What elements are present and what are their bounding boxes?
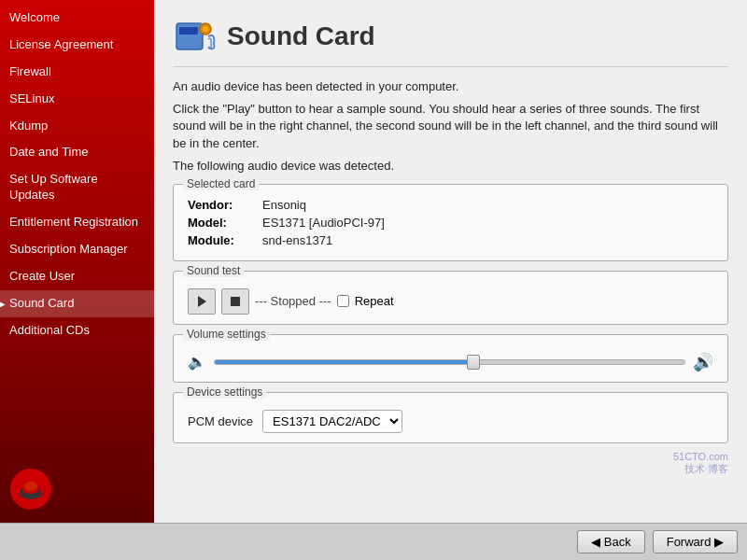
status-text: --- Stopped --- [255, 294, 331, 308]
volume-controls: 🔈 🔊 [188, 352, 713, 372]
svg-marker-9 [198, 296, 206, 307]
svg-point-2 [21, 481, 40, 494]
watermark-line2: 技术·博客 [673, 462, 728, 476]
repeat-label: Repeat [355, 294, 394, 308]
module-value: snd-ens1371 [262, 233, 332, 247]
selected-card-box: Selected card Vendor: Ensoniq Model: ES1… [173, 184, 728, 261]
forward-button[interactable]: Forward ▶ [653, 530, 738, 553]
play-button[interactable] [188, 288, 216, 315]
watermark-line1: 51CTO.com [673, 451, 728, 462]
sidebar-item-software[interactable]: Set Up Software Updates [0, 166, 154, 209]
sidebar-item-firewall[interactable]: Firewall [0, 59, 154, 86]
sidebar-item-additionalcds[interactable]: Additional CDs [0, 317, 154, 344]
device-settings-label: Device settings [183, 385, 266, 399]
volume-high-icon: 🔊 [693, 352, 713, 372]
stop-button[interactable] [221, 288, 249, 315]
sound-test-label: Sound test [183, 264, 244, 277]
sidebar-item-selinux[interactable]: SELinux [0, 86, 154, 113]
footer: ◀ Back Forward ▶ [0, 523, 747, 560]
desc1: An audio device has been detected in you… [173, 78, 728, 95]
model-value: ES1371 [AudioPCI-97] [262, 216, 385, 230]
sidebar-item-welcome[interactable]: Welcome [0, 5, 154, 32]
content-area: Sound Card An audio device has been dete… [154, 0, 747, 523]
sidebar-item-entitlement[interactable]: Entitlement Registration [0, 209, 154, 236]
sidebar-item-datetime[interactable]: Date and Time [0, 139, 154, 166]
sidebar-item-kdump[interactable]: Kdump [0, 113, 154, 140]
page-header: Sound Card [173, 14, 728, 67]
repeat-checkbox[interactable] [337, 295, 349, 307]
card-info-table: Vendor: Ensoniq Model: ES1371 [AudioPCI-… [188, 198, 713, 247]
vendor-value: Ensoniq [262, 198, 306, 212]
volume-slider-track [214, 359, 685, 365]
page-title: Sound Card [227, 21, 375, 51]
module-label: Module: [188, 233, 262, 247]
pcm-device-select[interactable]: ES1371 DAC2/ADCES1371 DAC1 [262, 410, 402, 433]
redhat-logo [7, 466, 54, 515]
sidebar: WelcomeLicense AgreementFirewallSELinuxK… [0, 0, 154, 523]
back-button[interactable]: ◀ Back [577, 530, 645, 553]
pcm-device-label: PCM device [188, 414, 253, 428]
svg-rect-5 [179, 27, 198, 35]
sidebar-item-subscription[interactable]: Subscription Manager [0, 236, 154, 263]
watermark: 51CTO.com 技术·博客 [673, 451, 728, 476]
sound-card-icon [173, 14, 218, 59]
vendor-label: Vendor: [188, 198, 262, 212]
svg-point-0 [10, 469, 51, 510]
volume-slider-thumb[interactable] [467, 355, 480, 370]
device-row: PCM device ES1371 DAC2/ADCES1371 DAC1 [188, 410, 713, 433]
svg-point-7 [203, 26, 208, 32]
sound-test-box: Sound test --- Stopped --- Repeat [173, 271, 728, 325]
volume-low-icon: 🔈 [188, 353, 206, 371]
svg-rect-10 [231, 297, 240, 306]
volume-settings-box: Volume settings 🔈 🔊 [173, 334, 728, 383]
desc3: The following audio device was detected. [173, 158, 728, 175]
sidebar-item-soundcard[interactable]: Sound Card [0, 290, 154, 317]
module-row: Module: snd-ens1371 [188, 233, 713, 247]
desc2: Click the "Play" button to hear a sample… [173, 101, 728, 152]
svg-point-1 [18, 483, 44, 499]
svg-point-3 [24, 482, 37, 491]
model-label: Model: [188, 216, 262, 230]
volume-label: Volume settings [183, 328, 270, 341]
vendor-row: Vendor: Ensoniq [188, 198, 713, 212]
sidebar-item-license[interactable]: License Agreement [0, 32, 154, 59]
model-row: Model: ES1371 [AudioPCI-97] [188, 216, 713, 230]
selected-card-label: Selected card [183, 177, 259, 190]
sidebar-item-createuser[interactable]: Create User [0, 263, 154, 290]
volume-slider-container [214, 353, 685, 371]
sound-test-controls: --- Stopped --- Repeat [188, 288, 713, 315]
device-settings-box: Device settings PCM device ES1371 DAC2/A… [173, 392, 728, 443]
